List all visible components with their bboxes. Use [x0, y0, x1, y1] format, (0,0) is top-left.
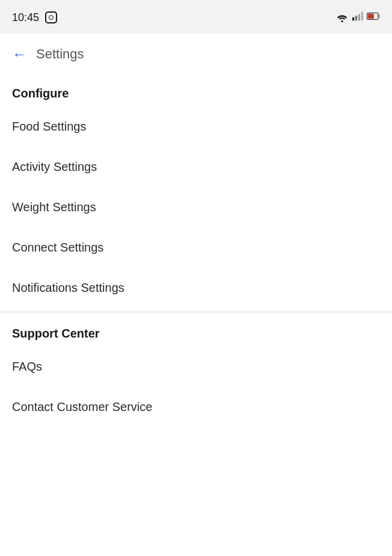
battery-icon — [367, 12, 380, 23]
status-right — [335, 11, 380, 23]
section-divider — [0, 312, 392, 312]
wifi-icon — [335, 13, 349, 22]
svg-rect-2 — [355, 16, 357, 20]
content: Configure Food Settings Activity Setting… — [0, 72, 392, 431]
support-section-title: Support Center — [12, 317, 380, 345]
svg-point-0 — [341, 20, 343, 22]
instagram-icon — [45, 11, 57, 23]
svg-rect-6 — [378, 14, 379, 17]
configure-section-title: Configure — [12, 77, 380, 105]
connect-settings-item[interactable]: Connect Settings — [12, 226, 380, 267]
faqs-item[interactable]: FAQs — [12, 345, 380, 386]
header: ← Settings — [0, 34, 392, 72]
food-settings-item[interactable]: Food Settings — [12, 105, 380, 146]
status-bar: 10:45 — [0, 0, 392, 34]
svg-rect-1 — [352, 17, 354, 20]
support-section: Support Center FAQs Contact Customer Ser… — [0, 317, 392, 426]
svg-rect-3 — [358, 14, 360, 20]
signal-icon — [352, 11, 363, 23]
page-title: Settings — [36, 46, 84, 62]
svg-rect-7 — [368, 14, 374, 19]
configure-section: Configure Food Settings Activity Setting… — [0, 77, 392, 307]
back-button[interactable]: ← — [12, 46, 26, 63]
activity-settings-item[interactable]: Activity Settings — [12, 146, 380, 186]
status-time: 10:45 — [12, 11, 39, 24]
back-arrow-icon: ← — [12, 46, 26, 63]
status-left: 10:45 — [12, 11, 57, 24]
notifications-settings-item[interactable]: Notifications Settings — [12, 267, 380, 307]
svg-rect-4 — [361, 12, 363, 20]
weight-settings-item[interactable]: Weight Settings — [12, 186, 380, 226]
contact-customer-service-item[interactable]: Contact Customer Service — [12, 386, 380, 426]
